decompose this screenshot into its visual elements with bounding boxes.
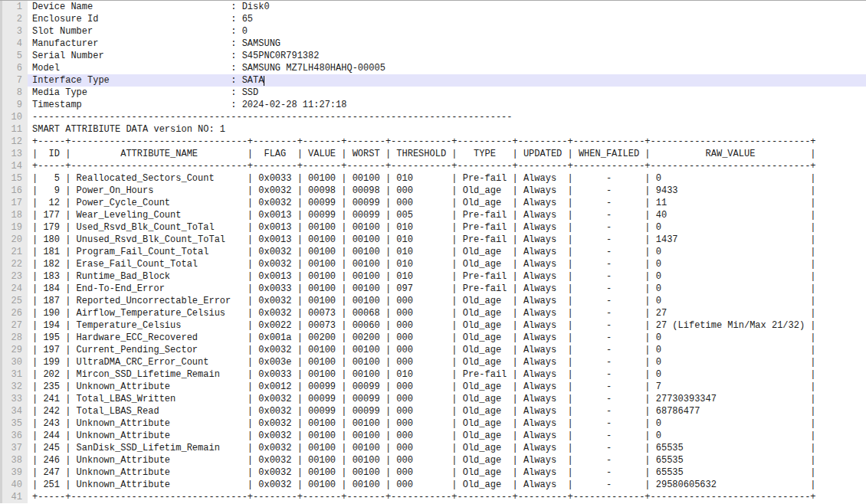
table-row-line[interactable]: | 187 | Reported_Uncorrectable_Error | 0… [28, 295, 866, 307]
editor-line[interactable]: 8Media Type : SSD [0, 87, 866, 99]
line-number: 15 [0, 172, 28, 185]
line-number: 1 [0, 1, 28, 13]
editor-line[interactable]: 3Slot Number : 0 [0, 25, 866, 38]
line-number: 7 [0, 74, 28, 87]
editor-line[interactable]: 20| 180 | Unused_Rsvd_Blk_Count_ToTal | … [0, 234, 866, 246]
line-number: 22 [0, 258, 28, 270]
device-field-line[interactable]: Device Name : Disk0 [28, 1, 866, 13]
editor-line[interactable]: 11SMART ATTRIBIUTE DATA version NO: 1 [0, 123, 866, 136]
table-row-line[interactable]: | 241 | Total_LBAS_Written | 0x0032 | 00… [28, 393, 866, 405]
editor-line[interactable]: 18| 177 | Wear_Leveling_Count | 0x0013 |… [0, 209, 866, 221]
table-row-line[interactable]: | 202 | Mircon_SSD_Lifetime_Remain | 0x0… [28, 368, 866, 381]
line-number: 37 [0, 442, 28, 454]
editor-line[interactable]: 41+-----+-------------------------------… [0, 491, 866, 503]
editor-line[interactable]: 19| 179 | Used_Rsvd_Blk_Count_ToTal | 0x… [0, 221, 866, 234]
editor-line[interactable]: 1Device Name : Disk0 [0, 1, 866, 13]
table-row-line[interactable]: | 182 | Erase_Fail_Count_Total | 0x0032 … [28, 258, 866, 270]
table-row-line[interactable]: | 197 | Current_Pending_Sector | 0x0032 … [28, 344, 866, 356]
line-number: 16 [0, 185, 28, 197]
line-number: 10 [0, 111, 28, 123]
table-row-line[interactable]: | 9 | Power_On_Hours | 0x0032 | 00098 | … [28, 185, 866, 197]
editor-line[interactable]: 30| 199 | UltraDMA_CRC_Error_Count | 0x0… [0, 356, 866, 368]
line-number: 29 [0, 344, 28, 356]
line-number: 26 [0, 307, 28, 319]
editor-line[interactable]: 14+-----+-------------------------------… [0, 160, 866, 172]
device-field-line[interactable]: Media Type : SSD [28, 87, 866, 99]
table-header-line[interactable]: | ID | ATTRIBUTE_NAME | FLAG | VALUE | W… [28, 148, 866, 160]
table-row-line[interactable]: | 12 | Power_Cycle_Count | 0x0032 | 0009… [28, 197, 866, 209]
table-row-line[interactable]: | 184 | End-To-End_Error | 0x0033 | 0010… [28, 283, 866, 295]
editor-line[interactable]: 23| 183 | Runtime_Bad_Block | 0x0013 | 0… [0, 270, 866, 283]
device-field-line[interactable]: Enclosure Id : 65 [28, 13, 866, 25]
editor-line[interactable]: 12+-----+-------------------------------… [0, 136, 866, 148]
table-row-line[interactable]: | 199 | UltraDMA_CRC_Error_Count | 0x003… [28, 356, 866, 368]
line-number: 36 [0, 430, 28, 442]
device-field-line[interactable]: Timestamp : 2024-02-28 11:27:18 [28, 99, 866, 111]
table-border-line[interactable]: +-----+--------------------------------+… [28, 491, 866, 503]
editor-line[interactable]: 21| 181 | Program_Fail_Count_Total | 0x0… [0, 246, 866, 258]
editor-line[interactable]: 13| ID | ATTRIBUTE_NAME | FLAG | VALUE |… [0, 148, 866, 160]
device-field-line[interactable]: Manufacturer : SAMSUNG [28, 38, 866, 50]
editor-line[interactable]: 32| 235 | Unknown_Attribute | 0x0012 | 0… [0, 381, 866, 393]
table-row-line[interactable]: | 5 | Reallocated_Sectors_Count | 0x0033… [28, 172, 866, 185]
table-row-line[interactable]: | 183 | Runtime_Bad_Block | 0x0013 | 001… [28, 270, 866, 283]
table-row-line[interactable]: | 247 | Unknown_Attribute | 0x0032 | 001… [28, 466, 866, 479]
line-number: 40 [0, 479, 28, 491]
editor-line[interactable]: 15| 5 | Reallocated_Sectors_Count | 0x00… [0, 172, 866, 185]
line-number: 2 [0, 13, 28, 25]
editor-line[interactable]: 10--------------------------------------… [0, 111, 866, 123]
line-number: 17 [0, 197, 28, 209]
table-row-line[interactable]: | 181 | Program_Fail_Count_Total | 0x003… [28, 246, 866, 258]
editor-line[interactable]: 27| 194 | Temperature_Celsius | 0x0022 |… [0, 319, 866, 332]
table-row-line[interactable]: | 245 | SanDisk_SSD_Lifetim_Remain | 0x0… [28, 442, 866, 454]
editor-line[interactable]: 22| 182 | Erase_Fail_Count_Total | 0x003… [0, 258, 866, 270]
editor-line[interactable]: 36| 244 | Unknown_Attribute | 0x0032 | 0… [0, 430, 866, 442]
editor-line[interactable]: 26| 190 | Airflow_Temperature_Celsius | … [0, 307, 866, 319]
table-row-line[interactable]: | 195 | Hardware_ECC_Recovered | 0x001a … [28, 332, 866, 344]
editor-line[interactable]: 40| 251 | Unknown_Attribute | 0x0032 | 0… [0, 479, 866, 491]
editor-line[interactable]: 5Serial Number : S45PNC0R791382 [0, 50, 866, 62]
table-row-line[interactable]: | 243 | Unknown_Attribute | 0x0032 | 001… [28, 417, 866, 430]
editor-line[interactable]: 31| 202 | Mircon_SSD_Lifetime_Remain | 0… [0, 368, 866, 381]
table-row-line[interactable]: | 235 | Unknown_Attribute | 0x0012 | 000… [28, 381, 866, 393]
line-number: 27 [0, 319, 28, 332]
table-row-line[interactable]: | 246 | Unknown_Attribute | 0x0032 | 001… [28, 454, 866, 466]
editor-line[interactable]: 28| 195 | Hardware_ECC_Recovered | 0x001… [0, 332, 866, 344]
editor-line[interactable]: 38| 246 | Unknown_Attribute | 0x0032 | 0… [0, 454, 866, 466]
editor-line[interactable]: 34| 242 | Total_LBAS_Read | 0x0032 | 000… [0, 405, 866, 417]
separator-line[interactable]: ----------------------------------------… [28, 111, 866, 123]
editor-line[interactable]: 2Enclosure Id : 65 [0, 13, 866, 25]
table-border-line[interactable]: +-----+--------------------------------+… [28, 160, 866, 172]
editor-line[interactable]: 6Model : SAMSUNG MZ7LH480HAHQ-00005 [0, 62, 866, 74]
table-row-line[interactable]: | 251 | Unknown_Attribute | 0x0032 | 001… [28, 479, 866, 491]
editor-line[interactable]: 39| 247 | Unknown_Attribute | 0x0032 | 0… [0, 466, 866, 479]
table-row-line[interactable]: | 180 | Unused_Rsvd_Blk_Count_ToTal | 0x… [28, 234, 866, 246]
editor-line[interactable]: 16| 9 | Power_On_Hours | 0x0032 | 00098 … [0, 185, 866, 197]
editor-line[interactable]: 37| 245 | SanDisk_SSD_Lifetim_Remain | 0… [0, 442, 866, 454]
editor-line[interactable]: 25| 187 | Reported_Uncorrectable_Error |… [0, 295, 866, 307]
editor-line[interactable]: 17| 12 | Power_Cycle_Count | 0x0032 | 00… [0, 197, 866, 209]
table-row-line[interactable]: | 179 | Used_Rsvd_Blk_Count_ToTal | 0x00… [28, 221, 866, 234]
table-row-line[interactable]: | 190 | Airflow_Temperature_Celsius | 0x… [28, 307, 866, 319]
text-editor[interactable]: 1Device Name : Disk02Enclosure Id : 653S… [0, 0, 866, 504]
table-border-line[interactable]: +-----+--------------------------------+… [28, 136, 866, 148]
editor-line[interactable]: 9Timestamp : 2024-02-28 11:27:18 [0, 99, 866, 111]
editor-line[interactable]: 24| 184 | End-To-End_Error | 0x0033 | 00… [0, 283, 866, 295]
line-number: 39 [0, 466, 28, 479]
device-field-line[interactable]: Model : SAMSUNG MZ7LH480HAHQ-00005 [28, 62, 866, 74]
editor-line[interactable]: 4Manufacturer : SAMSUNG [0, 38, 866, 50]
table-row-line[interactable]: | 242 | Total_LBAS_Read | 0x0032 | 00099… [28, 405, 866, 417]
editor-line[interactable]: 7Interface Type : SATA [0, 74, 866, 87]
editor-line[interactable]: 33| 241 | Total_LBAS_Written | 0x0032 | … [0, 393, 866, 405]
editor-line[interactable]: 35| 243 | Unknown_Attribute | 0x0032 | 0… [0, 417, 866, 430]
device-field-line[interactable]: Interface Type : SATA [28, 74, 866, 87]
table-row-line[interactable]: | 194 | Temperature_Celsius | 0x0022 | 0… [28, 319, 866, 332]
smart-title-line[interactable]: SMART ATTRIBIUTE DATA version NO: 1 [28, 123, 866, 136]
device-field-line[interactable]: Slot Number : 0 [28, 25, 866, 38]
line-number: 19 [0, 221, 28, 234]
table-row-line[interactable]: | 244 | Unknown_Attribute | 0x0032 | 001… [28, 430, 866, 442]
line-number: 34 [0, 405, 28, 417]
editor-line[interactable]: 29| 197 | Current_Pending_Sector | 0x003… [0, 344, 866, 356]
device-field-line[interactable]: Serial Number : S45PNC0R791382 [28, 50, 866, 62]
table-row-line[interactable]: | 177 | Wear_Leveling_Count | 0x0013 | 0… [28, 209, 866, 221]
